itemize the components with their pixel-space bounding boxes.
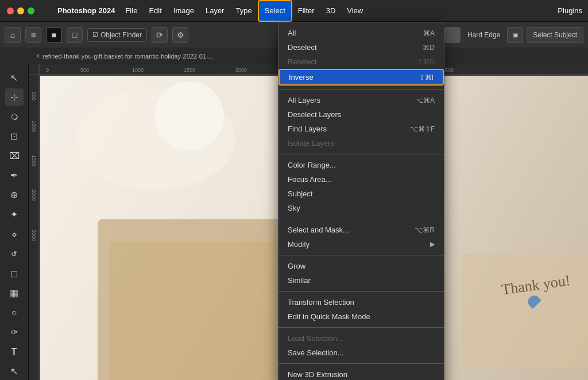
refresh-btn[interactable]: ⟳ [152,27,168,43]
menu-item-subject[interactable]: Subject [278,187,444,201]
menu-item-isolate-layers[interactable]: Isolate Layers [278,136,444,150]
menu-3d[interactable]: 3D [320,0,342,22]
menu-edit[interactable]: Edit [143,0,167,22]
menu-item-all-layers-shortcut: ⌥⌘A [415,96,435,104]
tool-pen[interactable]: ✑ [5,324,24,341]
tool-object-select[interactable]: ⊡ [5,127,24,145]
menu-item-grow-label: Grow [288,262,305,270]
menu-item-all[interactable]: All ⌘A [278,26,444,40]
tab-filename: refined-thank-you-gift-basket-for-romant… [42,53,214,60]
ruler-vertical: 500 1000 1500 2000 3000 [29,75,39,380]
tool-eraser[interactable]: ◻ [5,265,24,282]
select-menu[interactable]: All ⌘A Deselect ⌘D Reselect ⇧⌘D Inverse … [278,22,444,380]
separator-2 [278,154,444,154]
menu-section-3: Color Range... Focus Area... Subject Sky [278,157,444,216]
tool-healing[interactable]: ⊕ [5,187,24,204]
menu-item-reselect[interactable]: Reselect ⇧⌘D [278,55,444,69]
close-button[interactable] [7,7,14,14]
ruler-corner [29,64,39,75]
svg-text:1500: 1500 [31,155,37,166]
svg-text:3000: 3000 [31,230,37,241]
menu-item-inverse[interactable]: Inverse ⇧⌘I [278,69,444,86]
menu-item-color-range[interactable]: Color Range... [278,158,444,172]
menu-plugins[interactable]: Plugins [552,0,588,22]
menu-item-save-selection-label: Save Selection... [288,348,344,357]
mask-btn[interactable] [444,27,461,43]
menu-section-1: All ⌘A Deselect ⌘D Reselect ⇧⌘D Inverse … [278,25,444,87]
tool-move[interactable]: ↖ [5,69,24,86]
separator-5 [278,291,444,292]
menu-type[interactable]: Type [230,0,257,22]
tool-brush[interactable]: ✦ [5,206,24,223]
tool-lasso[interactable]: 🔾 [5,108,24,125]
svg-text:1000: 1000 [31,121,37,132]
home-btn[interactable]: ⌂ [5,27,21,43]
menu-section-6: Transform Selection Edit in Quick Mask M… [278,294,444,325]
menu-view[interactable]: View [341,0,369,22]
menu-item-deselect[interactable]: Deselect ⌘D [278,40,444,55]
menu-item-inverse-label: Inverse [289,73,314,82]
left-toolbar: ↖ ⊹ 🔾 ⊡ ⌧ ✒ ⊕ ✦ ⋄ ↺ ◻ ▦ ○ ✑ T ↖ [0,64,29,380]
select-subject-btn[interactable]: Select Subject [527,27,583,43]
tool-gradient[interactable]: ▦ [5,284,24,301]
menu-item-new-3d[interactable]: New 3D Extrusion [278,367,444,380]
menu-select[interactable]: Select [258,0,292,22]
tool-crop[interactable]: ⌧ [5,148,24,165]
menu-item-select-mask-label: Select and Mask... [288,226,349,234]
menu-layer[interactable]: Layer [200,0,230,22]
menu-item-find-layers-label: Find Layers [288,125,327,133]
svg-text:1500: 1500 [184,67,195,73]
tool-eyedropper[interactable]: ✒ [5,167,24,184]
svg-text:500: 500 [31,92,37,100]
menu-item-all-layers[interactable]: All Layers ⌥⌘A [278,93,444,107]
menu-item-select-mask-shortcut: ⌥⌘R [415,226,435,234]
menu-item-all-label: All [288,29,296,37]
menubar: Photoshop 2024 File Edit Image Layer Typ… [0,0,588,22]
menu-item-similar[interactable]: Similar [278,273,444,288]
tool-dodge[interactable]: ○ [5,304,24,321]
separator-6 [278,327,444,328]
document-tab[interactable]: ✕ refined-thank-you-gift-basket-for-roma… [29,48,220,64]
separator-3 [278,219,444,219]
settings-btn[interactable]: ⚙ [172,27,188,43]
menu-item-reselect-label: Reselect [288,57,317,66]
tool-history-brush[interactable]: ↺ [5,245,24,262]
menu-image[interactable]: Image [168,0,200,22]
separator-1 [278,89,444,90]
menu-item-edit-quick-mask[interactable]: Edit in Quick Mask Mode [278,309,444,324]
menu-items: File Edit Image Layer Type Select Filter… [119,0,369,22]
menu-item-modify[interactable]: Modify ▶ [278,237,444,251]
subtract-mode-btn[interactable]: □ [67,27,83,43]
tool-clone[interactable]: ⋄ [5,226,24,243]
tool-text[interactable]: T [5,343,24,360]
selection-mode-btn[interactable]: ⊞ [25,27,41,43]
menu-item-similar-label: Similar [288,276,311,285]
menu-item-deselect-layers[interactable]: Deselect Layers [278,107,444,122]
menu-item-load-selection-label: Load Selection... [288,334,343,343]
menu-item-grow[interactable]: Grow [278,259,444,273]
separator-7 [278,363,444,364]
menu-filter[interactable]: Filter [292,0,320,22]
add-mode-btn[interactable]: ■ [46,27,62,43]
menu-item-deselect-shortcut: ⌘D [423,44,435,52]
menu-item-save-selection[interactable]: Save Selection... [278,346,444,360]
object-finder-btn[interactable]: ☑ Object Finder [87,28,147,42]
svg-text:500: 500 [80,67,89,73]
menu-item-transform-selection[interactable]: Transform Selection [278,295,444,309]
menu-item-focus-area-label: Focus Area... [288,175,332,184]
menu-item-load-selection[interactable]: Load Selection... [278,331,444,346]
refine-edge-btn[interactable]: ▣ [507,27,523,43]
tool-select-rect[interactable]: ⊹ [5,88,24,106]
maximize-button[interactable] [28,7,34,14]
menu-item-sky[interactable]: Sky [278,201,444,215]
menu-item-isolate-layers-label: Isolate Layers [288,139,334,148]
menu-item-deselect-layers-label: Deselect Layers [288,110,341,119]
svg-text:2000: 2000 [31,189,37,201]
minimize-button[interactable] [17,7,24,14]
menu-item-select-mask[interactable]: Select and Mask... ⌥⌘R [278,223,444,237]
tab-close-icon[interactable]: ✕ [36,53,40,59]
menu-item-focus-area[interactable]: Focus Area... [278,172,444,187]
menu-item-find-layers[interactable]: Find Layers ⌥⌘⇧F [278,122,444,136]
tool-path-select[interactable]: ↖ [5,363,24,380]
menu-file[interactable]: File [119,0,143,22]
